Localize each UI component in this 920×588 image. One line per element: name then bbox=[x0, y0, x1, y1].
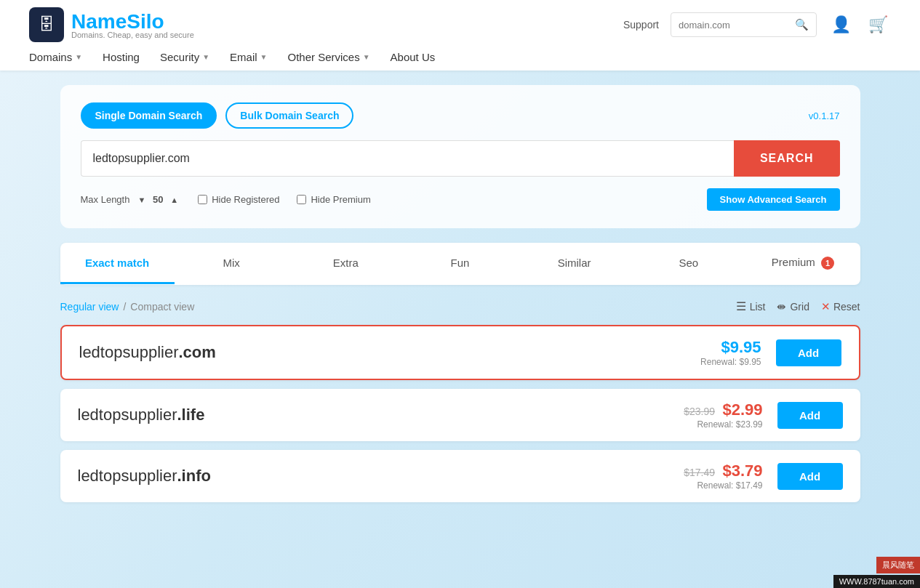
logo-name-part2: Silo bbox=[127, 10, 164, 33]
nav-item-domains[interactable]: Domains ▼ bbox=[29, 51, 82, 63]
grid-view-button[interactable]: ⇼ Grid bbox=[777, 300, 809, 313]
domain-card-featured: ledtopsupplier.com $9.95 Renewal: $9.95 … bbox=[60, 325, 860, 380]
price-col-featured: $9.95 Renewal: $9.95 bbox=[700, 338, 761, 367]
cat-tab-similar[interactable]: Similar bbox=[517, 243, 631, 284]
nav-item-security[interactable]: Security ▼ bbox=[160, 51, 209, 63]
main-content: Single Domain Search Bulk Domain Search … bbox=[0, 71, 920, 540]
logo-tagline: Domains. Cheap, easy and secure bbox=[71, 31, 194, 39]
bulk-domain-search-tab[interactable]: Bulk Domain Search bbox=[225, 102, 353, 129]
cat-tab-premium[interactable]: Premium 1 bbox=[745, 243, 860, 285]
domain-search-input[interactable] bbox=[81, 140, 734, 177]
price-row-life: $23.99 $2.99 bbox=[684, 400, 762, 419]
nav-label-other-services: Other Services bbox=[287, 51, 359, 63]
search-panel: Single Domain Search Bulk Domain Search … bbox=[60, 85, 860, 228]
add-button-featured[interactable]: Add bbox=[776, 339, 841, 366]
domain-card-info: ledtopsupplier.info $17.49 $3.79 Renewal… bbox=[60, 450, 860, 502]
version-label: v0.1.17 bbox=[809, 110, 840, 121]
add-button-life[interactable]: Add bbox=[777, 402, 843, 429]
cat-tab-extra[interactable]: Extra bbox=[289, 243, 403, 284]
max-length-stepper: ▼ 50 ▲ bbox=[135, 194, 180, 205]
stepper-up-button[interactable]: ▲ bbox=[168, 195, 180, 205]
price-section-life: $23.99 $2.99 Renewal: $23.99 Add bbox=[684, 400, 842, 430]
logo-icon: 🗄 bbox=[29, 7, 64, 42]
support-link[interactable]: Support bbox=[623, 19, 659, 31]
view-toggle: Regular view / Compact view bbox=[60, 301, 195, 313]
advanced-search-button[interactable]: Show Advanced Search bbox=[707, 188, 840, 211]
domain-name-featured: ledtopsupplier.com bbox=[79, 343, 216, 362]
nav-item-hosting[interactable]: Hosting bbox=[103, 51, 140, 63]
reset-x-icon: ✕ bbox=[821, 300, 831, 313]
price-original-info: $17.49 bbox=[684, 467, 715, 478]
cat-tab-exact-match-label: Exact match bbox=[85, 257, 149, 269]
nav-label-security: Security bbox=[160, 51, 199, 63]
hide-registered-checkbox[interactable] bbox=[198, 195, 207, 204]
results-area: Regular view / Compact view ☰ List ⇼ Gri… bbox=[60, 299, 860, 502]
user-icon[interactable]: 👤 bbox=[828, 12, 854, 37]
price-section-info: $17.49 $3.79 Renewal: $17.49 Add bbox=[684, 462, 842, 491]
chevron-down-icon: ▼ bbox=[75, 53, 82, 61]
price-renewal-info: Renewal: $17.49 bbox=[684, 480, 762, 491]
category-tabs: Exact match Mix Extra Fun Similar Seo Pr… bbox=[60, 243, 860, 285]
domain-tld-featured: .com bbox=[178, 343, 215, 361]
cat-tab-premium-label: Premium bbox=[772, 256, 815, 268]
watermark-bottom: WWW.8787tuan.com bbox=[833, 575, 920, 588]
logo[interactable]: 🗄 NameSilo Domains. Cheap, easy and secu… bbox=[29, 7, 194, 42]
nav-item-email[interactable]: Email ▼ bbox=[230, 51, 267, 63]
nav-label-email: Email bbox=[230, 51, 257, 63]
search-button[interactable]: SEARCH bbox=[734, 140, 840, 177]
hide-premium-checkbox[interactable] bbox=[297, 195, 306, 204]
cart-icon[interactable]: 🛒 bbox=[865, 12, 891, 37]
price-col-info: $17.49 $3.79 Renewal: $17.49 bbox=[684, 462, 762, 491]
list-view-button[interactable]: ☰ List bbox=[736, 299, 766, 313]
search-tabs-left: Single Domain Search Bulk Domain Search bbox=[81, 102, 354, 129]
header-search-button[interactable]: 🔍 bbox=[788, 18, 816, 31]
cat-tab-similar-label: Similar bbox=[558, 257, 591, 269]
nav-label-domains: Domains bbox=[29, 51, 72, 63]
domain-name-info: ledtopsupplier.info bbox=[78, 467, 211, 486]
view-slash: / bbox=[123, 301, 126, 313]
results-controls: Regular view / Compact view ☰ List ⇼ Gri… bbox=[60, 299, 860, 313]
cat-tab-mix[interactable]: Mix bbox=[175, 243, 289, 284]
search-tabs: Single Domain Search Bulk Domain Search … bbox=[81, 102, 840, 129]
featured-price-main: $9.95 bbox=[700, 338, 761, 357]
nav-item-about-us[interactable]: About Us bbox=[391, 51, 436, 63]
stepper-down-button[interactable]: ▼ bbox=[135, 195, 148, 205]
add-button-info[interactable]: Add bbox=[777, 463, 843, 490]
nav-item-other-services[interactable]: Other Services ▼ bbox=[287, 51, 369, 63]
domain-tld-info: .info bbox=[177, 467, 210, 485]
hide-registered-label[interactable]: Hide Registered bbox=[198, 194, 279, 205]
domain-name-life: ledtopsupplier.life bbox=[78, 406, 205, 424]
cat-tab-seo-label: Seo bbox=[679, 257, 698, 269]
list-view-label: List bbox=[750, 301, 766, 313]
nav-label-hosting: Hosting bbox=[103, 51, 140, 63]
cat-tab-seo[interactable]: Seo bbox=[631, 243, 745, 284]
cat-tab-fun[interactable]: Fun bbox=[403, 243, 517, 284]
hide-premium-text: Hide Premium bbox=[311, 194, 370, 205]
single-domain-search-tab[interactable]: Single Domain Search bbox=[81, 102, 217, 129]
header-search-input[interactable] bbox=[671, 20, 788, 31]
hide-premium-label[interactable]: Hide Premium bbox=[297, 194, 370, 205]
cat-tab-mix-label: Mix bbox=[223, 257, 240, 269]
header: 🗄 NameSilo Domains. Cheap, easy and secu… bbox=[0, 0, 920, 71]
header-top: 🗄 NameSilo Domains. Cheap, easy and secu… bbox=[29, 0, 891, 45]
compact-view-link[interactable]: Compact view bbox=[130, 301, 194, 313]
logo-name-part1: Name bbox=[71, 10, 127, 33]
price-sale-life: $2.99 bbox=[722, 400, 762, 419]
max-length-label: Max Length bbox=[81, 194, 130, 205]
reset-button[interactable]: ✕ Reset bbox=[821, 300, 860, 313]
max-length-control: Max Length ▼ 50 ▲ bbox=[81, 194, 181, 205]
grid-view-label: Grid bbox=[790, 301, 809, 313]
grid-icon: ⇼ bbox=[777, 300, 786, 313]
nav-label-about-us: About Us bbox=[391, 51, 436, 63]
featured-price-renewal: Renewal: $9.95 bbox=[700, 357, 761, 367]
header-search-bar: 🔍 bbox=[671, 12, 817, 37]
chevron-down-icon-other: ▼ bbox=[363, 53, 370, 61]
cat-tab-fun-label: Fun bbox=[451, 257, 470, 269]
price-renewal-life: Renewal: $23.99 bbox=[684, 419, 762, 430]
chevron-down-icon-email: ▼ bbox=[260, 53, 268, 61]
cat-tab-exact-match[interactable]: Exact match bbox=[60, 243, 175, 284]
list-icon: ☰ bbox=[736, 299, 746, 313]
price-col-life: $23.99 $2.99 Renewal: $23.99 bbox=[684, 400, 762, 430]
chevron-down-icon-security: ▼ bbox=[202, 53, 209, 61]
regular-view-link[interactable]: Regular view bbox=[60, 301, 119, 313]
